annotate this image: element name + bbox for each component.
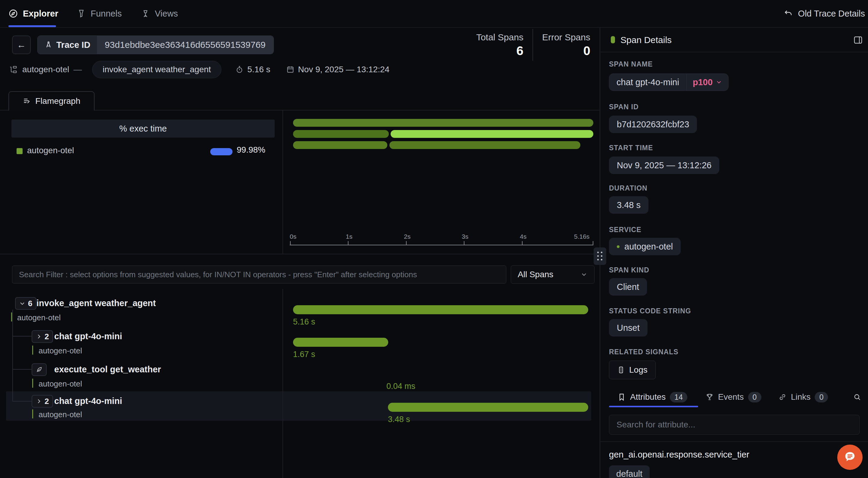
expand-toggle-badge[interactable]: 2 xyxy=(32,330,53,343)
error-spans-stat: Error Spans 0 xyxy=(542,32,590,58)
span-details-header: Span Details xyxy=(600,28,868,52)
chevron-down-icon xyxy=(716,79,722,86)
service-legend-name[interactable]: autogen-otel xyxy=(27,146,74,155)
span-row-name[interactable]: chat gpt-4o-mini xyxy=(54,331,122,341)
tree-trunk-line xyxy=(12,310,13,402)
gantt-duration: 0.04 ms xyxy=(386,382,415,391)
gantt-duration: 5.16 s xyxy=(293,317,315,327)
expand-toggle-badge[interactable]: 2 xyxy=(32,395,53,408)
service-label: SERVICE xyxy=(609,226,642,234)
waterfall-pane-divider xyxy=(282,289,283,478)
top-navigation-bar: Explorer Funnels Views Old Trace Details xyxy=(0,0,868,28)
service-color-bar xyxy=(32,379,33,388)
tab-attributes-label: Attributes xyxy=(630,392,665,402)
gantt-bar-chat-2[interactable] xyxy=(388,403,588,412)
trace-id-value[interactable]: 93d1ebdbe3ee363416d6556591539769 xyxy=(97,36,274,54)
trace-id-label: Trace ID xyxy=(56,40,90,50)
tab-events[interactable]: Events 0 xyxy=(705,390,762,404)
tab-label: Views xyxy=(155,9,178,19)
span-name-label: SPAN NAME xyxy=(609,60,653,68)
span-kind-pill[interactable]: Client xyxy=(609,278,647,295)
service-status-dot xyxy=(617,245,620,248)
leaf-span-badge[interactable] xyxy=(32,363,47,376)
span-details-panel: Span Details SPAN NAME chat gpt-4o-mini … xyxy=(600,28,868,478)
calendar-icon xyxy=(286,65,294,74)
service-pill[interactable]: autogen-otel xyxy=(609,238,681,255)
span-kind-value: Client xyxy=(617,282,639,292)
gantt-duration: 3.48 s xyxy=(388,415,410,424)
span-name-value: chat gpt-4o-mini xyxy=(609,77,686,87)
span-filter-search-input[interactable] xyxy=(12,265,506,284)
chat-bubble-icon xyxy=(843,450,857,464)
drafting-compass-icon xyxy=(44,41,53,49)
funnel-icon xyxy=(77,9,86,18)
root-span-name: invoke_agent weather_agent xyxy=(103,65,211,74)
axis-tick-2s: 2s xyxy=(404,233,410,240)
duration-pill[interactable]: 3.48 s xyxy=(609,196,648,214)
trace-id-chip[interactable]: Trace ID 93d1ebdbe3ee363416d655659153976… xyxy=(37,35,274,54)
stopwatch-icon xyxy=(235,65,244,74)
tab-links[interactable]: Links 0 xyxy=(778,390,828,404)
root-span-pill[interactable]: invoke_agent weather_agent xyxy=(92,61,222,78)
axis-tick-3s: 3s xyxy=(462,233,468,240)
exec-time-header: % exec time xyxy=(11,120,275,137)
percentile-dropdown[interactable]: p100 xyxy=(687,77,728,87)
flame-bar-grandchild-1[interactable] xyxy=(293,141,387,149)
gantt-bar-root[interactable] xyxy=(293,305,588,314)
total-spans-value: 6 xyxy=(517,44,523,58)
trace-main-panel: ← Trace ID 93d1ebdbe3ee363416d6556591539… xyxy=(0,28,599,478)
span-row-name[interactable]: invoke_agent weather_agent xyxy=(36,298,156,308)
support-chat-button[interactable] xyxy=(837,445,863,470)
span-id-pill[interactable]: b7d1202632fcbf23 xyxy=(609,116,697,133)
trace-duration: 5.16 s xyxy=(247,65,270,74)
span-row-name[interactable]: execute_tool get_weather xyxy=(54,364,161,375)
flame-bar-child-2-selected[interactable] xyxy=(391,130,593,138)
root-service-name: autogen-otel xyxy=(22,65,69,74)
tab-views[interactable]: Views xyxy=(141,0,178,27)
service-value: autogen-otel xyxy=(624,242,673,252)
tab-flamegraph[interactable]: Flamegraph xyxy=(8,91,95,110)
tab-attributes[interactable]: Attributes 14 xyxy=(617,390,687,404)
tab-explorer[interactable]: Explorer xyxy=(8,0,58,27)
gantt-bar-chat-1[interactable] xyxy=(293,338,388,347)
tab-funnels[interactable]: Funnels xyxy=(77,0,122,27)
total-spans-label: Total Spans xyxy=(476,32,523,42)
span-row-name[interactable]: chat gpt-4o-mini xyxy=(54,396,122,406)
trophy-icon xyxy=(705,393,714,401)
start-time-value: Nov 9, 2025 — 13:12:26 xyxy=(617,160,711,170)
panel-resize-handle[interactable] xyxy=(594,248,606,265)
collapse-panel-icon[interactable] xyxy=(853,35,863,45)
flame-bar-child-1[interactable] xyxy=(293,130,389,138)
axis-tick-end: 5.16s xyxy=(574,233,589,240)
flame-bar-root[interactable] xyxy=(293,119,593,127)
trace-id-label-segment: Trace ID xyxy=(38,36,97,54)
span-name-pill[interactable]: chat gpt-4o-mini p100 xyxy=(609,73,728,91)
start-time-pill[interactable]: Nov 9, 2025 — 13:12:26 xyxy=(609,157,719,174)
attribute-search-icon[interactable] xyxy=(853,390,861,404)
time-axis-line xyxy=(290,245,593,245)
active-tab-underline xyxy=(8,25,56,27)
flame-bar-grandchild-2[interactable] xyxy=(390,141,580,149)
tab-links-label: Links xyxy=(791,392,810,402)
status-code-pill[interactable]: Unset xyxy=(609,319,648,337)
duration-value: 3.48 s xyxy=(617,200,641,210)
stats-divider xyxy=(532,29,533,61)
bookmark-icon xyxy=(617,393,626,401)
collapse-toggle-badge[interactable]: 6 xyxy=(15,297,36,310)
search-icon xyxy=(853,393,861,401)
attribute-key: gen_ai.openai.response.service_tier xyxy=(609,450,749,459)
span-row-service: autogen-otel xyxy=(38,410,82,419)
span-filter-value: All Spans xyxy=(518,270,553,279)
old-trace-details-button[interactable]: Old Trace Details xyxy=(784,0,865,27)
chevron-right-icon xyxy=(36,398,42,404)
back-button[interactable]: ← xyxy=(12,35,31,54)
attribute-search-input[interactable] xyxy=(609,415,860,435)
gantt-duration: 1.67 s xyxy=(293,350,315,359)
chevron-down-icon xyxy=(580,271,588,278)
logs-button[interactable]: Logs xyxy=(609,361,656,379)
start-time-label: START TIME xyxy=(609,144,653,152)
span-filter-dropdown[interactable]: All Spans xyxy=(511,265,594,284)
old-trace-details-label: Old Trace Details xyxy=(798,9,865,19)
attribute-value-pill[interactable]: default xyxy=(609,465,650,478)
span-color-dot xyxy=(611,36,615,43)
